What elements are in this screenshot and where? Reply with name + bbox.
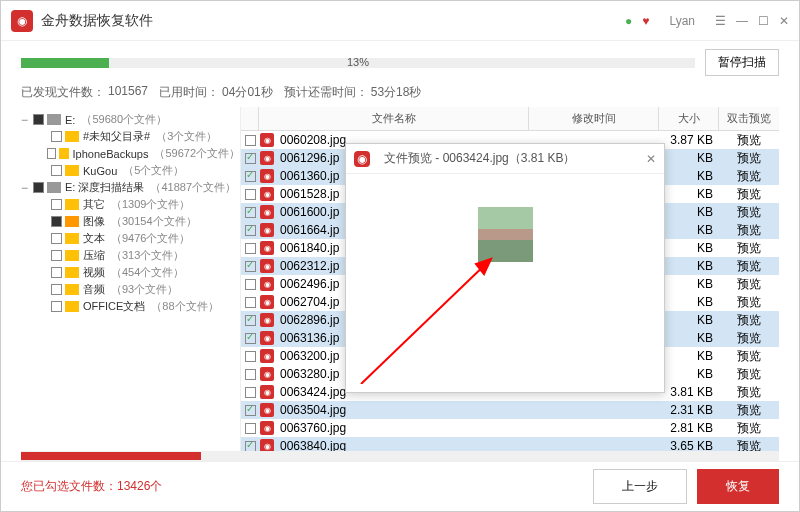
file-size: KB xyxy=(659,151,719,165)
file-checkbox[interactable] xyxy=(245,153,256,164)
col-time[interactable]: 修改时间 xyxy=(529,107,659,130)
tree-row[interactable]: 压缩（313个文件） xyxy=(21,247,240,264)
file-checkbox[interactable] xyxy=(245,405,256,416)
minimize-button[interactable]: — xyxy=(736,14,748,28)
file-preview-link[interactable]: 预览 xyxy=(719,330,779,347)
file-checkbox[interactable] xyxy=(245,297,256,308)
tree-checkbox[interactable] xyxy=(47,148,55,159)
file-row[interactable]: ◉0063840.jpg3.65 KB预览 xyxy=(241,437,779,451)
file-checkbox[interactable] xyxy=(245,261,256,272)
tree-toggle-icon[interactable]: − xyxy=(21,113,33,127)
file-preview-link[interactable]: 预览 xyxy=(719,384,779,401)
tree-row[interactable]: 其它（1309个文件） xyxy=(21,196,240,213)
file-row[interactable]: ◉0063760.jpg2.81 KB预览 xyxy=(241,419,779,437)
tree-row[interactable]: KuGou（5个文件） xyxy=(21,162,240,179)
tree-checkbox[interactable] xyxy=(51,250,62,261)
file-checkbox[interactable] xyxy=(245,171,256,182)
file-checkbox[interactable] xyxy=(245,135,256,146)
pause-scan-button[interactable]: 暂停扫描 xyxy=(705,49,779,76)
tree-label: IphoneBackups xyxy=(73,148,149,160)
file-checkbox[interactable] xyxy=(245,243,256,254)
file-preview-link[interactable]: 预览 xyxy=(719,240,779,257)
tree-checkbox[interactable] xyxy=(51,233,62,244)
tree-checkbox[interactable] xyxy=(51,199,62,210)
file-checkbox[interactable] xyxy=(245,351,256,362)
close-button[interactable]: ✕ xyxy=(779,14,789,28)
selected-count-label: 您已勾选文件数：13426个 xyxy=(21,478,162,495)
col-preview[interactable]: 双击预览 xyxy=(719,107,779,130)
folder-icon xyxy=(59,148,69,159)
file-checkbox[interactable] xyxy=(245,207,256,218)
file-size: 3.87 KB xyxy=(659,133,719,147)
tree-checkbox[interactable] xyxy=(51,216,62,227)
file-preview-link[interactable]: 预览 xyxy=(719,276,779,293)
folder-icon xyxy=(65,301,79,312)
file-checkbox[interactable] xyxy=(245,333,256,344)
file-preview-link[interactable]: 预览 xyxy=(719,420,779,437)
file-checkbox[interactable] xyxy=(245,189,256,200)
stats-row: 已发现文件数： 101567 已用时间： 04分01秒 预计还需时间： 53分1… xyxy=(1,84,799,107)
file-size: KB xyxy=(659,241,719,255)
tree-checkbox[interactable] xyxy=(51,131,62,142)
tree-row[interactable]: 视频（454个文件） xyxy=(21,264,240,281)
tree-count: （454个文件） xyxy=(111,265,184,280)
file-checkbox[interactable] xyxy=(245,369,256,380)
file-preview-link[interactable]: 预览 xyxy=(719,348,779,365)
col-checkbox[interactable] xyxy=(241,107,259,130)
tree-label: 视频 xyxy=(83,265,105,280)
folder-tree[interactable]: −E:（59680个文件）#未知父目录#（3个文件）IphoneBackups（… xyxy=(21,107,241,451)
tree-count: （9476个文件） xyxy=(111,231,190,246)
file-preview-link[interactable]: 预览 xyxy=(719,312,779,329)
file-row[interactable]: ◉0063504.jpg2.31 KB预览 xyxy=(241,401,779,419)
tree-label: 文本 xyxy=(83,231,105,246)
tree-label: 压缩 xyxy=(83,248,105,263)
file-checkbox[interactable] xyxy=(245,225,256,236)
tree-row[interactable]: 音频（93个文件） xyxy=(21,281,240,298)
file-checkbox[interactable] xyxy=(245,315,256,326)
tree-row[interactable]: −E: 深度扫描结果（41887个文件） xyxy=(21,179,240,196)
tree-checkbox[interactable] xyxy=(33,114,44,125)
file-preview-link[interactable]: 预览 xyxy=(719,168,779,185)
tree-checkbox[interactable] xyxy=(51,284,62,295)
tree-checkbox[interactable] xyxy=(51,165,62,176)
file-checkbox[interactable] xyxy=(245,423,256,434)
tree-toggle-icon[interactable]: − xyxy=(21,181,33,195)
tree-row[interactable]: 文本（9476个文件） xyxy=(21,230,240,247)
file-preview-link[interactable]: 预览 xyxy=(719,258,779,275)
file-preview-link[interactable]: 预览 xyxy=(719,366,779,383)
tree-row[interactable]: 图像（30154个文件） xyxy=(21,213,240,230)
menu-icon[interactable]: ☰ xyxy=(715,14,726,28)
heart-icon[interactable]: ♥ xyxy=(642,14,649,28)
col-name[interactable]: 文件名称 xyxy=(259,107,529,130)
recover-button[interactable]: 恢复 xyxy=(697,469,779,504)
file-checkbox[interactable] xyxy=(245,387,256,398)
tree-checkbox[interactable] xyxy=(51,301,62,312)
remain-value: 53分18秒 xyxy=(371,84,422,101)
file-preview-link[interactable]: 预览 xyxy=(719,150,779,167)
file-checkbox[interactable] xyxy=(245,279,256,290)
col-size[interactable]: 大小 xyxy=(659,107,719,130)
prev-step-button[interactable]: 上一步 xyxy=(593,469,687,504)
scrollbar-thumb[interactable] xyxy=(21,452,201,460)
elapsed-value: 04分01秒 xyxy=(222,84,273,101)
file-preview-link[interactable]: 预览 xyxy=(719,222,779,239)
file-preview-link[interactable]: 预览 xyxy=(719,438,779,452)
horizontal-scrollbar[interactable] xyxy=(21,451,779,461)
file-preview-link[interactable]: 预览 xyxy=(719,294,779,311)
tree-row[interactable]: #未知父目录#（3个文件） xyxy=(21,128,240,145)
progress-row: 13% 暂停扫描 xyxy=(1,41,799,84)
file-preview-link[interactable]: 预览 xyxy=(719,204,779,221)
file-size: KB xyxy=(659,313,719,327)
tree-row[interactable]: IphoneBackups（59672个文件） xyxy=(21,145,240,162)
file-preview-link[interactable]: 预览 xyxy=(719,402,779,419)
file-checkbox[interactable] xyxy=(245,441,256,452)
popup-close-button[interactable]: ✕ xyxy=(646,152,656,166)
tree-checkbox[interactable] xyxy=(33,182,44,193)
maximize-button[interactable]: ☐ xyxy=(758,14,769,28)
tree-row[interactable]: OFFICE文档（88个文件） xyxy=(21,298,240,315)
tree-row[interactable]: −E:（59680个文件） xyxy=(21,111,240,128)
tree-checkbox[interactable] xyxy=(51,267,62,278)
wechat-icon[interactable]: ● xyxy=(625,14,632,28)
file-preview-link[interactable]: 预览 xyxy=(719,132,779,149)
file-preview-link[interactable]: 预览 xyxy=(719,186,779,203)
